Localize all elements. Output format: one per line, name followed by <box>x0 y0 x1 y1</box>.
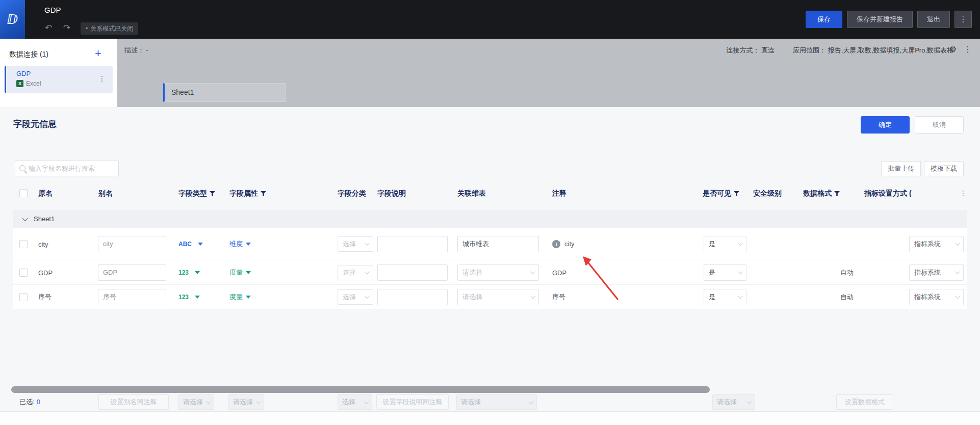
visible-select[interactable]: 是 <box>704 236 746 252</box>
bulk-category-select[interactable]: 选择 <box>338 394 372 410</box>
col-header-field-category: 字段分类 <box>338 189 366 198</box>
app-logo[interactable]: ⅅ <box>0 0 25 39</box>
data-connection-sidebar: 数据连接 (1) + GDP X Excel ⋮ <box>0 39 117 107</box>
chevron-down-icon <box>738 241 743 246</box>
field-category-select[interactable]: 选择 <box>338 236 373 252</box>
set-desc-as-comment-button[interactable]: 设置字段说明同注释 <box>376 394 449 410</box>
select-all-checkbox[interactable] <box>19 189 28 197</box>
field-category-select[interactable]: 选择 <box>338 289 373 305</box>
filter-funnel-icon[interactable] <box>734 191 739 196</box>
template-download-button[interactable]: 模板下载 <box>924 161 964 176</box>
exit-button[interactable]: 退出 <box>917 11 950 28</box>
data-format-text: 自动 <box>840 268 854 277</box>
row-checkbox[interactable] <box>19 269 28 277</box>
chevron-down-icon <box>529 399 534 404</box>
indicator-mode-select[interactable]: 指标系统 <box>909 289 964 305</box>
original-name: 序号 <box>38 293 51 302</box>
field-category-select[interactable]: 选择 <box>338 265 373 280</box>
original-name: city <box>38 240 48 248</box>
chevron-down-icon <box>364 399 369 404</box>
badge-dot-icon: • <box>86 25 88 32</box>
field-desc-input[interactable] <box>377 236 448 252</box>
divider <box>0 139 980 139</box>
search-icon <box>19 165 25 171</box>
settings-gear-icon[interactable]: ⚙ <box>949 44 957 54</box>
panel-bottom-space <box>0 412 980 425</box>
sheet-tab[interactable]: Sheet1 <box>163 83 286 102</box>
add-connection-icon[interactable]: + <box>95 47 101 60</box>
field-type-dropdown[interactable]: ABC <box>178 241 203 248</box>
logo-d-icon: ⅅ <box>7 12 18 28</box>
field-desc-input[interactable] <box>377 264 448 281</box>
workspace-kebab-icon[interactable]: ⋮ <box>964 44 972 54</box>
dataset-title: GDP <box>44 6 61 14</box>
caret-down-icon <box>198 243 203 246</box>
chevron-down-icon <box>365 294 370 299</box>
filter-funnel-icon[interactable] <box>261 191 266 196</box>
chevron-down-icon <box>530 294 535 299</box>
field-attr-dropdown[interactable]: 维度 <box>229 240 251 249</box>
col-header-field-attr[interactable]: 字段属性 <box>229 189 266 198</box>
save-and-new-report-button[interactable]: 保存并新建报告 <box>847 11 913 28</box>
col-header-data-format[interactable]: 数据格式 <box>803 189 840 198</box>
indicator-mode-select[interactable]: 指标系统 <box>909 236 964 252</box>
redo-icon[interactable]: ↷ <box>61 22 72 34</box>
dim-table-select[interactable]: 请选择 <box>457 264 539 281</box>
connection-item-gdp[interactable]: GDP X Excel ⋮ <box>5 66 113 93</box>
bulk-upload-button[interactable]: 批量上传 <box>881 161 921 176</box>
filter-funnel-icon[interactable] <box>210 191 215 196</box>
confirm-button[interactable]: 确定 <box>861 116 910 134</box>
field-desc-input[interactable] <box>377 289 448 305</box>
set-data-format-button[interactable]: 设置数据格式 <box>836 394 893 410</box>
connection-kebab-icon[interactable]: ⋮ <box>98 74 106 83</box>
visible-select[interactable]: 是 <box>704 289 746 305</box>
field-type-dropdown[interactable]: 123 <box>178 294 200 301</box>
dim-table-select[interactable]: 请选择 <box>457 289 539 305</box>
connection-mode: 连接方式： 直连 <box>726 46 775 55</box>
connection-type: X Excel <box>16 80 41 87</box>
bulk-type-select[interactable]: 请选择 <box>178 394 214 410</box>
save-button[interactable]: 保存 <box>806 11 842 28</box>
column-config-kebab-icon[interactable]: ⋮ <box>960 189 967 197</box>
group-label: Sheet1 <box>34 215 55 223</box>
row-checkbox[interactable] <box>19 240 28 248</box>
field-type-dropdown[interactable]: 123 <box>178 269 200 276</box>
bulk-visible-select[interactable]: 请选择 <box>712 394 755 410</box>
table-row: 序号 123 度量 选择 请选择 序号 是 自动 指标系统 <box>13 285 967 309</box>
connection-name: GDP <box>16 70 31 77</box>
alias-input[interactable] <box>98 236 166 252</box>
chevron-down-icon <box>530 269 535 274</box>
sidebar-title: 数据连接 (1) <box>9 50 48 59</box>
row-checkbox[interactable] <box>19 293 28 301</box>
visible-select[interactable]: 是 <box>704 264 746 281</box>
search-input[interactable] <box>29 165 118 172</box>
cancel-button[interactable]: 取消 <box>915 116 964 134</box>
alias-input[interactable] <box>98 289 166 305</box>
table-row: city ABC 维度 选择 icity 是 指标系统 <box>13 228 967 260</box>
comment-text: city <box>564 240 575 248</box>
alias-input[interactable] <box>98 264 166 281</box>
chevron-down-icon <box>256 399 261 404</box>
header-kebab-icon[interactable]: ⋮ <box>955 11 972 28</box>
original-name: GDP <box>38 269 53 276</box>
table-header-row: 原名 别名 字段类型 字段属性 字段分类 字段说明 关联维表 注释 是否可见 安… <box>13 182 967 205</box>
horizontal-scrollbar[interactable] <box>11 386 710 393</box>
field-attr-dropdown[interactable]: 度量 <box>229 268 251 277</box>
col-header-field-type[interactable]: 字段类型 <box>178 189 215 198</box>
bulk-action-footer: 已选:0 设置别名同注释 请选择 请选择 选择 设置字段说明同注释 请选择 请选… <box>13 393 967 411</box>
chevron-down-icon[interactable] <box>22 215 28 221</box>
sheet-group-row[interactable]: Sheet1 <box>13 210 967 228</box>
chevron-down-icon <box>747 399 752 404</box>
application-scope: 应用范围： 报告,大屏,取数,数据填报,大屏Pro,数据表格 <box>793 46 953 55</box>
field-attr-dropdown[interactable]: 度量 <box>229 293 251 302</box>
bulk-dim-select[interactable]: 请选择 <box>456 394 537 410</box>
col-header-visible[interactable]: 是否可见 <box>703 189 739 198</box>
col-header-original-name: 原名 <box>38 189 53 198</box>
set-alias-as-comment-button[interactable]: 设置别名同注释 <box>98 394 169 410</box>
indicator-mode-select[interactable]: 指标系统 <box>909 264 964 281</box>
bulk-attr-select[interactable]: 请选择 <box>228 394 264 410</box>
field-search-box[interactable] <box>15 160 119 176</box>
undo-icon[interactable]: ↶ <box>43 22 54 34</box>
filter-funnel-icon[interactable] <box>834 191 840 196</box>
dim-table-input[interactable] <box>457 236 539 252</box>
